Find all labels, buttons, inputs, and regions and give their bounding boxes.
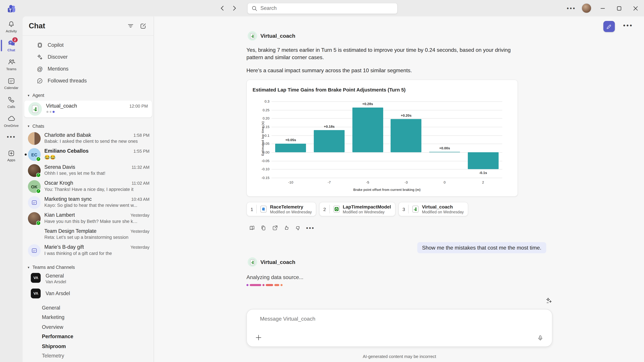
reference-card-laptimeimpactmodel[interactable]: 2 LapTimeImpactModelModified on Wednesda… (319, 202, 396, 216)
copilot-icon (36, 41, 44, 49)
channel-performance[interactable]: Performance (23, 332, 154, 342)
share-icon[interactable] (272, 225, 278, 231)
bot-name: Virtual_coach (260, 259, 295, 265)
search-input[interactable]: Search (247, 3, 398, 14)
virtual-coach-avatar (28, 102, 42, 116)
calendar-icon (8, 77, 15, 85)
nav-item-followed-threads[interactable]: Followed threads (23, 75, 154, 87)
channel-marketing[interactable]: Marketing (23, 313, 154, 322)
chat-item-marketing-team-sync[interactable]: Marketing team sync Kayo: So glad to hea… (23, 195, 154, 211)
chat-item-oscar-krogh[interactable]: OK ✓ Oscar Krogh You: Thanks! Have a nic… (23, 178, 154, 195)
chat-item-team-design-template[interactable]: Team Design Template Reta: Let’s set up … (23, 227, 154, 243)
message-actions: ●●● (248, 225, 552, 231)
nav-item-discover[interactable]: Discover (23, 51, 154, 63)
rail-item-activity[interactable]: Activity (0, 17, 23, 36)
chart-plot: +0.05s+0.18s+0.28s+0.20s+0.00s-0.1s (272, 101, 502, 178)
channel-overview[interactable]: Overview (23, 322, 154, 332)
attach-plus-icon[interactable] (254, 333, 262, 342)
agent-name: Virtual_coach (46, 103, 77, 109)
chart-yticks: 0.30.250.200.150.10.050.00-0.05-0.10-0.1… (247, 101, 270, 178)
ai-disclaimer: AI-generated content may be incorrect (246, 354, 552, 359)
unread-dot (25, 153, 27, 156)
search-icon (252, 5, 257, 11)
rail-item-teams[interactable]: Teams (0, 55, 23, 74)
chart-title: Estimated Lap Time Gains from Brake Poin… (252, 87, 406, 93)
chat-item-virtual-coach[interactable]: Virtual_coach 12:00 PM (24, 100, 152, 117)
microphone-icon[interactable] (536, 334, 544, 341)
see-all-channels-link[interactable]: See all channels (23, 361, 154, 362)
chat-item-charlotte-babak[interactable]: Charlotte and Babak Babak: I asked the c… (23, 131, 154, 147)
user-message-bubble: Show me the mistakes that cost me the mo… (417, 242, 546, 253)
teams-app-window: Search ●●● Activity (0, 0, 644, 362)
rail-item-chat[interactable]: 2 Chat (0, 36, 23, 55)
chart-xticks: -10-7-5-302 (272, 180, 502, 185)
channel-general[interactable]: General (23, 303, 154, 313)
followed-threads-icon (36, 77, 44, 84)
app-rail: Activity 2 Chat Teams Calendar Calls One… (0, 0, 23, 362)
bot-message-header: Virtual_coach (246, 257, 552, 267)
conversation-pane: ●●● Virtual_coach Yes, braking 7 meters … (154, 16, 644, 362)
group-avatar (28, 228, 41, 241)
back-button[interactable] (218, 4, 227, 13)
titlebar-more-icon[interactable]: ●●● (567, 6, 576, 10)
nav-item-copilot[interactable]: Copilot (23, 39, 154, 51)
section-header-teams-channels[interactable]: ▼ Teams and Channels (23, 263, 154, 272)
section-header-agent[interactable]: ▼ Agent (23, 91, 154, 100)
reference-card-virtual-coach[interactable]: 3 Virtual_coachModified on Wednesday (398, 202, 468, 216)
more-actions-icon[interactable]: ●●● (306, 226, 314, 230)
sparkles-icon (36, 53, 44, 60)
thumbs-down-icon[interactable] (294, 225, 301, 231)
user-avatar[interactable] (582, 3, 592, 13)
new-chat-icon[interactable] (138, 21, 148, 31)
chevron-down-icon: ▼ (27, 94, 30, 97)
team-item-van-arsdel[interactable]: VΛ Van Arsdel (23, 287, 154, 303)
minimize-button[interactable] (597, 3, 608, 13)
reference-cards: 1 RaceTelemetryModified on Wednesday 2 L… (246, 202, 552, 216)
bot-name: Virtual_coach (260, 33, 295, 39)
chat-item-maries-bday-gift[interactable]: Marie’s B-day gift I was thinking of a g… (23, 243, 154, 259)
reference-card-racetelemetry[interactable]: 1 RaceTelemetryModified on Wednesday (246, 202, 316, 216)
read-aloud-icon[interactable] (248, 225, 255, 231)
loader (246, 284, 552, 286)
forward-button[interactable] (230, 4, 239, 13)
channel-shiproom[interactable]: Shiproom (23, 342, 154, 351)
rail-item-onedrive[interactable]: OneDrive (0, 112, 23, 131)
compose-sparkle-icon[interactable] (545, 297, 552, 304)
teams-people-icon (7, 58, 16, 66)
chat-unread-badge: 2 (12, 37, 18, 42)
laptimeimpactmodel-icon (333, 206, 340, 213)
presence-available-icon: ✓ (36, 221, 41, 225)
team-item-general-van-arsdel[interactable]: VΛ General Van Arsdel (23, 272, 154, 287)
edit-agent-button[interactable] (604, 21, 615, 32)
van-arsdel-logo: VΛ (31, 273, 41, 283)
chat-item-emiliano-ceballos[interactable]: EC ✓ Emiliano Ceballos 😂😂 1:55 PM (23, 146, 154, 163)
calendar-avatar-icon (28, 244, 41, 257)
message-composer[interactable]: Message Virtual_coach (246, 309, 552, 347)
maximize-button[interactable] (614, 3, 624, 13)
pencil-icon (606, 24, 612, 29)
virtual-coach-icon (412, 206, 419, 213)
section-header-chats[interactable]: ▼ Chats (23, 121, 154, 131)
filter-icon[interactable] (126, 21, 136, 31)
bot-message-text: Here’s a causal impact summary across th… (246, 67, 552, 73)
rail-item-apps[interactable]: Apps (0, 146, 23, 165)
channel-telemetry[interactable]: Telemetry (23, 351, 154, 361)
cloud-icon (7, 114, 16, 123)
rail-more-icon[interactable]: ●●● (0, 131, 23, 143)
chat-item-serena-davis[interactable]: ✓ Serena Davis Ohhh I see, yes let me fi… (23, 163, 154, 179)
user-message-row: Show me the mistakes that cost me the mo… (246, 242, 552, 253)
apps-icon (8, 149, 15, 157)
copy-icon[interactable] (260, 225, 266, 231)
rail-item-calls[interactable]: Calls (0, 93, 23, 112)
message-thread: Virtual_coach Yes, braking 7 meters earl… (246, 16, 552, 286)
typing-indicator (46, 111, 54, 113)
nav-item-mentions[interactable]: @ Mentions (23, 63, 154, 75)
conversation-more-icon[interactable]: ●●● (623, 23, 633, 27)
thumbs-up-icon[interactable] (283, 225, 290, 231)
virtual-coach-avatar (248, 31, 257, 40)
search-placeholder: Search (260, 5, 277, 11)
rail-item-calendar[interactable]: Calendar (0, 74, 23, 93)
chat-item-kian-lambert[interactable]: ✓ Kian Lambert Have you run this by Beth… (23, 211, 154, 227)
close-button[interactable] (630, 3, 641, 13)
composer-placeholder: Message Virtual_coach (260, 316, 315, 322)
